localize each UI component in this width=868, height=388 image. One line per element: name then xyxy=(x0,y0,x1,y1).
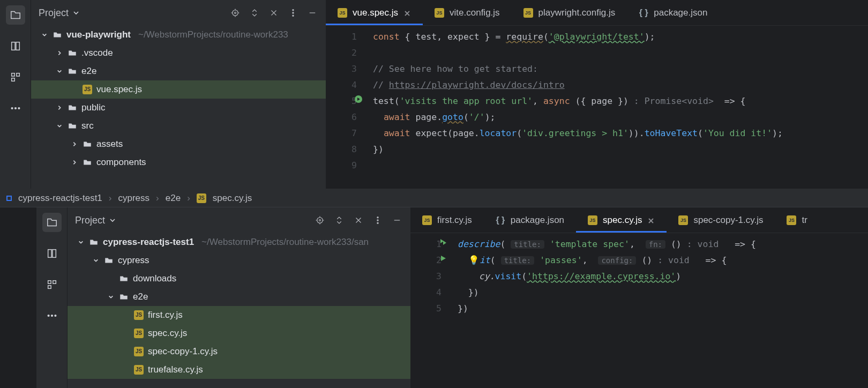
minimize-icon[interactable] xyxy=(391,214,403,226)
editor-tab[interactable]: JSplaywright.config.js xyxy=(512,0,627,25)
tree-folder[interactable]: cypress xyxy=(68,251,410,270)
js-file-icon: JS xyxy=(787,215,796,225)
target-icon[interactable] xyxy=(229,7,241,19)
project-marker-icon xyxy=(6,196,12,201)
svg-point-8 xyxy=(233,10,238,16)
tree-folder[interactable]: .vscode xyxy=(31,44,326,62)
svg-point-21 xyxy=(55,315,56,317)
tree-file[interactable]: JSvue.spec.js xyxy=(31,80,326,99)
structure-icon[interactable] xyxy=(42,244,62,263)
tree-file[interactable]: JSfirst.cy.js xyxy=(68,306,410,324)
svg-rect-14 xyxy=(48,250,51,258)
editor-tabs: JSfirst.cy.js{ }package.jsonJSspec.cy.js… xyxy=(410,207,868,233)
file-tree[interactable]: cypress-reactjs-test1~/WebstormProjects/… xyxy=(68,233,410,388)
run-gutter-icon[interactable] xyxy=(354,94,363,104)
more-icon[interactable] xyxy=(287,7,299,19)
target-icon[interactable] xyxy=(314,214,326,226)
js-file-icon: JS xyxy=(422,215,432,225)
structure-icon[interactable] xyxy=(6,36,25,56)
svg-point-10 xyxy=(293,10,294,11)
editor-tabs: JSvue.spec.jsJSvite.config.jsJSplaywrigh… xyxy=(326,0,868,26)
file-tree[interactable]: vue-playwright~/WebstormProjects/routine… xyxy=(31,26,326,189)
js-file-icon: JS xyxy=(678,215,688,225)
code-area[interactable]: 12345 describe( title: 'template spec', … xyxy=(410,233,868,317)
expand-icon[interactable] xyxy=(333,214,345,226)
editor-tab[interactable]: JSspec.cy.js xyxy=(576,207,667,233)
breadcrumb[interactable]: cypress-reactjs-test1› cypress› e2e› JS … xyxy=(0,189,868,207)
gutter: 123456789 xyxy=(326,26,369,174)
chevron-down-icon xyxy=(109,217,116,223)
tree-root[interactable]: vue-playwright~/WebstormProjects/routine… xyxy=(31,26,326,44)
bottom-window: Project cypress-reactjs-test1~/WebstormP… xyxy=(0,207,868,388)
svg-point-7 xyxy=(18,108,20,109)
bookmarks-icon[interactable] xyxy=(6,68,25,87)
svg-rect-1 xyxy=(16,42,19,50)
svg-point-11 xyxy=(293,12,294,13)
json-icon: { } xyxy=(639,8,648,18)
svg-rect-3 xyxy=(16,73,19,77)
code-body[interactable]: describe( title: 'template spec', fn: ()… xyxy=(453,233,756,317)
run-gutter-icon[interactable] xyxy=(438,253,448,263)
svg-point-26 xyxy=(377,222,378,223)
project-panel: Project cypress-reactjs-test1~/WebstormP… xyxy=(68,207,410,388)
tree-folder[interactable]: assets xyxy=(31,135,326,153)
svg-point-25 xyxy=(377,220,378,221)
svg-point-9 xyxy=(235,12,236,14)
editor-tab[interactable]: JSvite.config.js xyxy=(423,0,512,25)
editor: JSvue.spec.jsJSvite.config.jsJSplaywrigh… xyxy=(326,0,868,189)
tree-folder[interactable]: public xyxy=(31,99,326,117)
bulb-icon[interactable]: 💡 xyxy=(468,255,480,265)
top-window: Project vue-playwright~/WebstormProjects… xyxy=(0,0,868,189)
project-title[interactable]: Project xyxy=(39,8,79,19)
more-tools-icon[interactable] xyxy=(42,306,62,325)
tree-folder[interactable]: e2e xyxy=(31,62,326,80)
tree-file[interactable]: JStruefalse.cy.js xyxy=(68,361,410,379)
collapse-icon[interactable] xyxy=(353,214,364,226)
tree-folder[interactable]: src xyxy=(31,117,326,135)
project-title[interactable]: Project xyxy=(75,215,116,226)
svg-rect-4 xyxy=(11,78,14,81)
svg-point-20 xyxy=(51,315,53,317)
minimize-icon[interactable] xyxy=(306,7,318,19)
svg-rect-17 xyxy=(53,281,56,284)
editor-tab[interactable]: { }package.json xyxy=(627,0,719,25)
svg-point-6 xyxy=(14,108,16,109)
tree-folder[interactable]: downloads xyxy=(68,270,410,288)
editor-tab[interactable]: JSvue.spec.js xyxy=(326,0,423,25)
editor-tab[interactable]: JStr xyxy=(775,207,819,233)
run-gutter-icon[interactable] xyxy=(438,237,448,247)
svg-point-23 xyxy=(319,220,321,221)
svg-rect-15 xyxy=(52,250,55,258)
js-file-icon: JS xyxy=(588,215,597,225)
gutter: 12345 xyxy=(410,233,453,317)
more-tools-icon[interactable] xyxy=(6,99,25,118)
project-tool-icon[interactable] xyxy=(42,213,62,232)
tree-root[interactable]: cypress-reactjs-test1~/WebstormProjects/… xyxy=(68,233,410,251)
tree-folder[interactable]: components xyxy=(31,153,326,171)
project-tool-icon[interactable] xyxy=(6,5,25,25)
js-file-icon: JS xyxy=(435,8,444,18)
bookmarks-icon[interactable] xyxy=(42,275,62,294)
tree-file[interactable]: JSspec.cy.js xyxy=(68,324,410,342)
more-icon[interactable] xyxy=(372,214,384,226)
js-file-icon: JS xyxy=(197,193,206,203)
code-body[interactable]: const { test, expect } = require('@playw… xyxy=(369,26,783,174)
svg-rect-18 xyxy=(48,286,51,289)
tree-folder[interactable]: e2e xyxy=(68,288,410,306)
activity-bar xyxy=(36,207,68,388)
code-area[interactable]: 123456789 const { test, expect } = requi… xyxy=(326,26,868,174)
collapse-icon[interactable] xyxy=(268,7,280,19)
editor-tab[interactable]: JSspec-copy-1.cy.js xyxy=(667,207,775,233)
editor: JSfirst.cy.js{ }package.jsonJSspec.cy.js… xyxy=(410,207,868,388)
js-file-icon: JS xyxy=(338,8,347,18)
json-icon: { } xyxy=(496,215,505,225)
tree-file[interactable]: JSspec-copy-1.cy.js xyxy=(68,342,410,361)
svg-point-19 xyxy=(48,315,49,317)
activity-bar xyxy=(0,0,31,189)
svg-rect-2 xyxy=(11,73,14,77)
editor-tab[interactable]: JSfirst.cy.js xyxy=(410,207,484,233)
expand-icon[interactable] xyxy=(249,7,260,19)
close-icon[interactable] xyxy=(403,9,411,17)
close-icon[interactable] xyxy=(647,217,655,224)
editor-tab[interactable]: { }package.json xyxy=(484,207,576,233)
